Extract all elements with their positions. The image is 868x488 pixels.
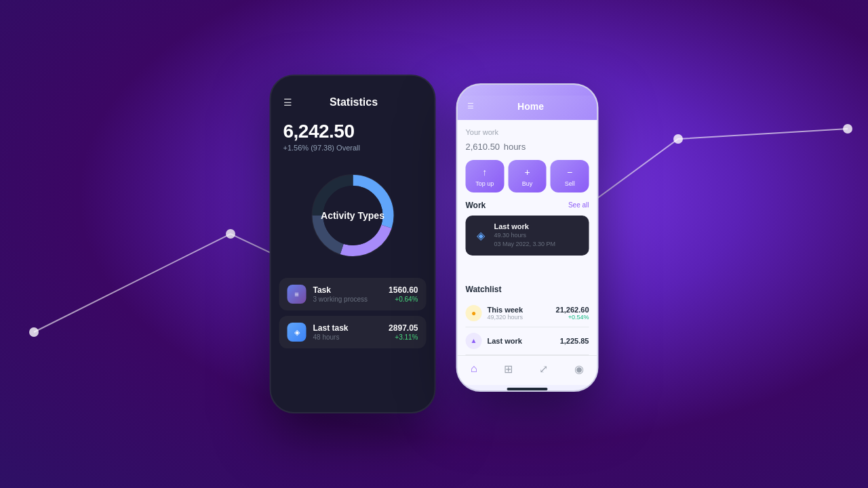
- chart-nav-icon: ⤢: [539, 363, 548, 375]
- watchlist-item-last[interactable]: ▲ Last work 1,225.85: [466, 327, 589, 355]
- status-bar-right: [458, 85, 597, 96]
- watchlist-last-value: 1,225.85: [560, 337, 589, 345]
- nav-home[interactable]: ⌂: [471, 363, 477, 375]
- nav-chart[interactable]: ⤢: [539, 363, 548, 375]
- work-card-title: Last work: [494, 222, 556, 230]
- menu-icon-right[interactable]: ☰: [467, 102, 474, 110]
- activity-list: ≡ Task 3 working process 1560.60 +0.64% …: [271, 275, 435, 357]
- nav-profile[interactable]: ◉: [574, 363, 584, 375]
- last-task-icon: ◈: [288, 323, 307, 342]
- work-card-sub2: 03 May 2022, 3.30 PM: [494, 240, 556, 249]
- sub-neutral: Overall: [336, 144, 360, 152]
- main-value: 6,242.50: [283, 121, 422, 142]
- watchlist-week-sub: 49,320 hours: [488, 314, 556, 321]
- svg-point-2: [673, 134, 683, 144]
- hours-unit: hours: [504, 142, 526, 152]
- work-section-title: Work: [466, 201, 486, 210]
- header-left: ☰ Statistics: [271, 89, 435, 115]
- sell-label: Sell: [565, 180, 575, 187]
- last-task-info: Last task 48 hours: [313, 323, 389, 341]
- work-card-info: Last work 49.30 hours 03 May 2022, 3.30 …: [494, 222, 556, 249]
- task-value: 1560.60 +0.64%: [389, 285, 418, 303]
- portfolio-nav-icon: ⊞: [504, 363, 513, 375]
- see-all-work[interactable]: See all: [568, 201, 589, 209]
- work-card-icon: ◈: [473, 227, 489, 243]
- watchlist-item-week[interactable]: ● This week 49,320 hours 21,262.60 +0.54…: [466, 300, 589, 327]
- phone-home: ☰ Home Your work 2,610.50 hours ↑ Top up…: [456, 83, 599, 392]
- last-task-sub: 48 hours: [313, 333, 389, 341]
- buy-icon: +: [524, 167, 530, 178]
- work-card-sub1: 49.30 hours: [494, 231, 556, 240]
- last-task-value: 2897.05 +3.11%: [389, 323, 418, 341]
- top-up-button[interactable]: ↑ Top up: [466, 160, 505, 192]
- watchlist-week-info: This week 49,320 hours: [488, 306, 556, 321]
- phone-statistics: ☰ Statistics 6,242.50 +1.56% (97.38) Ove…: [270, 75, 436, 413]
- home-nav-icon: ⌂: [471, 363, 477, 375]
- activity-item-task[interactable]: ≡ Task 3 working process 1560.60 +0.64%: [279, 278, 427, 310]
- page-title-left: Statistics: [299, 96, 409, 108]
- watchlist-week-name: This week: [488, 306, 556, 314]
- donut-chart-container: Activity Types: [271, 155, 435, 275]
- watchlist-week-change: +0.54%: [556, 314, 589, 321]
- watchlist-week-amount: 21,262.60: [556, 306, 589, 314]
- donut-label: Activity Types: [321, 210, 384, 221]
- sell-icon: −: [567, 167, 572, 178]
- hours-number: 2,610.50: [466, 142, 500, 152]
- activity-item-last-task[interactable]: ◈ Last task 48 hours 2897.05 +3.11%: [279, 316, 427, 348]
- home-indicator: [507, 388, 548, 390]
- svg-point-1: [226, 229, 235, 239]
- last-task-amount: 2897.05: [389, 323, 418, 333]
- nav-portfolio[interactable]: ⊞: [504, 363, 513, 375]
- home-body: Your work 2,610.50 hours ↑ Top up + Buy …: [458, 120, 597, 285]
- your-work-label: Your work: [466, 128, 589, 136]
- stats-section: 6,242.50 +1.56% (97.38) Overall: [271, 115, 435, 155]
- task-amount: 1560.60: [389, 285, 418, 295]
- watchlist-title: Watchlist: [466, 285, 589, 294]
- task-name: Task: [313, 285, 389, 295]
- task-icon: ≡: [288, 285, 307, 304]
- watchlist-last-icon: ▲: [466, 333, 482, 349]
- watchlist-week-icon: ●: [466, 305, 482, 321]
- work-section-header: Work See all: [466, 201, 589, 210]
- task-change: +0.64%: [389, 296, 418, 303]
- svg-point-0: [29, 327, 39, 337]
- task-sub: 3 working process: [313, 296, 389, 303]
- work-card-last[interactable]: ◈ Last work 49.30 hours 03 May 2022, 3.3…: [466, 216, 589, 256]
- bottom-nav: ⌂ ⊞ ⤢ ◉: [458, 355, 597, 385]
- menu-icon-left[interactable]: ☰: [283, 97, 292, 108]
- sell-button[interactable]: − Sell: [551, 160, 589, 192]
- watchlist-week-value: 21,262.60 +0.54%: [556, 306, 589, 321]
- watchlist-last-amount: 1,225.85: [560, 337, 589, 345]
- watchlist-last-name: Last work: [488, 337, 560, 345]
- buy-label: Buy: [522, 180, 533, 187]
- phones-container: ☰ Statistics 6,242.50 +1.56% (97.38) Ove…: [270, 75, 599, 413]
- page-title-right: Home: [474, 101, 588, 112]
- sub-positive: +1.56% (97.38): [283, 144, 335, 152]
- sub-value: +1.56% (97.38) Overall: [283, 144, 422, 152]
- buy-button[interactable]: + Buy: [508, 160, 547, 192]
- watchlist-last-info: Last work: [488, 337, 560, 345]
- task-info: Task 3 working process: [313, 285, 389, 303]
- last-task-name: Last task: [313, 323, 389, 333]
- watchlist-section: Watchlist ● This week 49,320 hours 21,26…: [458, 285, 597, 355]
- last-task-change: +3.11%: [389, 333, 418, 341]
- svg-point-3: [843, 124, 852, 134]
- action-buttons: ↑ Top up + Buy − Sell: [466, 160, 589, 192]
- status-bar-left: [271, 76, 435, 89]
- top-up-label: Top up: [475, 180, 494, 187]
- hours-value: 2,610.50 hours: [466, 138, 589, 153]
- profile-nav-icon: ◉: [574, 363, 584, 375]
- header-right: ☰ Home: [458, 96, 597, 120]
- top-up-icon: ↑: [482, 167, 487, 178]
